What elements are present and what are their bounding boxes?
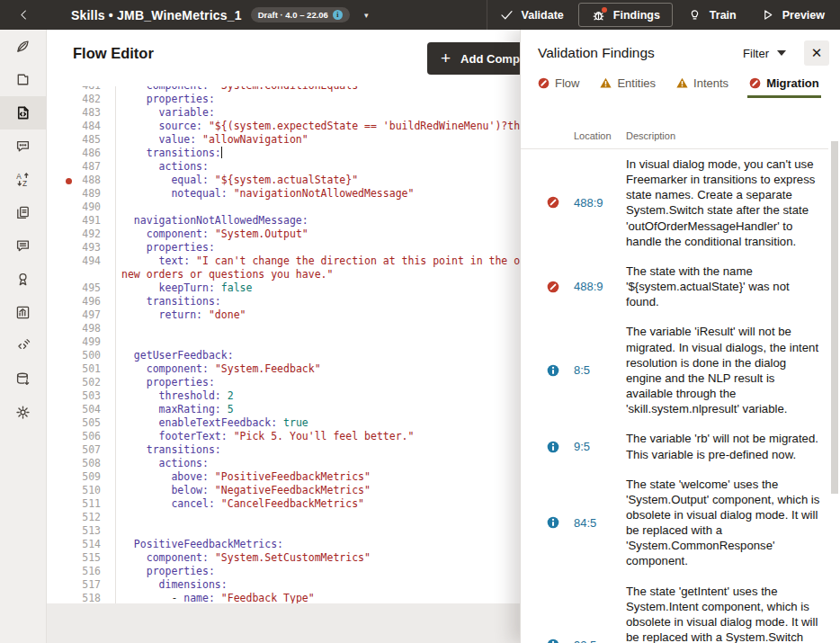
sidebar-item-translate[interactable]: AZ [0,163,46,196]
code-line-wrap[interactable]: new orders or questions you have." [47,268,520,281]
code-line-489[interactable]: 489 notequal: "navigationNotAllowedMessa… [47,187,520,201]
sidebar-item-qna[interactable] [0,129,46,163]
code-line-483[interactable]: 483 variable: [47,106,520,120]
editor-horizontal-scrollbar[interactable] [47,603,520,643]
code-line-482[interactable]: 482 properties: [47,93,520,106]
code-text: actions: [115,160,520,174]
tab-migration[interactable]: Migration [749,76,819,98]
sidebar-item-skill[interactable] [0,63,46,96]
svg-text:A: A [16,173,22,181]
code-line-494[interactable]: 494 text: "I can't change the direction … [47,255,520,268]
code-line-509[interactable]: 509 above: "PositiveFeedbackMetrics" [47,470,520,484]
code-line-516[interactable]: 516 properties: [47,565,520,578]
finding-location-link[interactable]: 488:9 [574,196,621,210]
finding-row[interactable]: 84:5The state 'welcome' uses the 'System… [521,469,840,576]
code-line-505[interactable]: 505 enableTextFeedback: true [47,416,520,430]
code-line-492[interactable]: 492 component: "System.Output" [47,228,520,241]
breadcrumb: Skills • JMB_WineMetrics_1 [71,8,242,22]
chevron-down-icon[interactable]: ▾ [364,11,369,20]
code-line-501[interactable]: 501 component: "System.Feedback" [47,362,520,376]
code-token: enableTextFeedback: [159,416,278,429]
error-icon [547,281,559,293]
code-token: properties: [147,376,215,388]
code-token: "allowNavigation" [196,133,308,146]
sidebar-item-author[interactable] [0,30,46,63]
tab-entities[interactable]: Entities [600,76,656,98]
finding-location-link[interactable]: 84:5 [574,516,621,530]
preview-button[interactable]: Preview [748,0,836,30]
code-line-504[interactable]: 504 maxRating: 5 [47,403,520,416]
code-line-512[interactable]: 512 [47,511,520,524]
code-token: "Feedback Type" [215,592,315,604]
code-line-503[interactable]: 503 threshold: 2 [47,389,520,403]
finding-location-link[interactable]: 92:5 [574,639,621,643]
code-line-496[interactable]: 496 transitions: [47,295,520,308]
code-lines: 481 component: "System.ConditionEquals"4… [47,86,520,605]
line-number: 495 [47,281,115,295]
sidebar-item-flows[interactable] [0,96,46,129]
sidebar-item-recommendations[interactable] [0,263,46,296]
flow-code-editor[interactable]: 481 component: "System.ConditionEquals"4… [47,86,520,643]
code-line-493[interactable]: 493 properties: [47,241,520,255]
error-icon [538,77,550,89]
code-line-497[interactable]: 497 return: "done" [47,308,520,322]
filter-dropdown[interactable]: Filter [743,47,786,60]
sidebar-item-conversation[interactable] [0,229,46,263]
code-line-490[interactable]: 490 [47,201,520,214]
code-line-515[interactable]: 515 component: "System.SetCustomMetrics" [47,551,520,565]
tab-intents[interactable]: Intents [676,76,728,98]
line-number: 489 [47,187,115,201]
code-line-511[interactable]: 511 cancel: "CancelFeedbackMetrics" [47,497,520,511]
text-cursor [221,147,222,158]
train-button[interactable]: Train [675,0,748,30]
code-line-499[interactable]: 499 [47,335,520,349]
code-token: properties: [147,241,215,254]
finding-row[interactable]: 488:9The state with the name '${system.a… [521,256,840,317]
error-icon [749,77,761,89]
finding-location-link[interactable]: 8:5 [574,363,621,377]
panel-scrollbar-thumb[interactable] [831,141,838,494]
code-line-502[interactable]: 502 properties: [47,376,520,389]
line-number: 492 [47,228,115,241]
code-line-486[interactable]: 486 transitions: [47,147,520,160]
findings-button[interactable]: Findings [578,3,673,27]
close-button[interactable]: ✕ [804,40,829,66]
code-line-510[interactable]: 510 below: "NegativeFeedbackMetrics" [47,484,520,497]
tab-label: Migration [766,76,819,90]
sidebar-item-resources[interactable] [0,196,46,229]
code-line-481[interactable]: 481 component: "System.ConditionEquals" [47,86,520,93]
code-line-498[interactable]: 498 [47,322,520,335]
code-line-506[interactable]: 506 footerText: "Pick 5. You'll feel bet… [47,430,520,443]
line-number: 497 [47,308,115,322]
sidebar-item-channels[interactable] [0,329,46,362]
finding-row[interactable]: 9:5The variable 'rb' will not be migrate… [521,424,840,469]
code-line-495[interactable]: 495 keepTurn: false [47,281,520,295]
code-line-487[interactable]: 487 actions: [47,160,520,174]
code-line-488[interactable]: 488 equal: "${system.actualState}" [47,174,520,187]
code-text: equal: "${system.actualState}" [115,174,520,187]
code-line-514[interactable]: 514 PositiveFeedbackMetrics: [47,538,520,551]
finding-row[interactable]: 8:5The variable 'iResult' will not be mi… [521,317,840,424]
finding-row[interactable]: 92:5The state 'getIntent' uses the Syste… [521,576,840,643]
code-line-507[interactable]: 507 transitions: [47,443,520,457]
finding-location-link[interactable]: 9:5 [574,440,621,453]
finding-row[interactable]: 488:9In visual dialog mode, you can't us… [521,149,840,256]
code-token: actions: [159,160,209,173]
tab-flow[interactable]: Flow [538,76,579,98]
code-text: properties: [115,93,520,106]
sidebar-item-data[interactable] [0,362,46,396]
code-line-508[interactable]: 508 actions: [47,457,520,470]
code-line-491[interactable]: 491 navigationNotAllowedMessage: [47,214,520,228]
back-button[interactable] [0,0,47,30]
sidebar-item-insights[interactable] [0,296,46,329]
code-line-485[interactable]: 485 value: "allowNavigation" [47,133,520,147]
sidebar-item-settings[interactable] [0,396,46,429]
code-line-500[interactable]: 500 getUserFeedback: [47,349,520,362]
finding-location-link[interactable]: 488:9 [574,280,621,293]
info-icon[interactable]: i [333,10,343,20]
code-line-517[interactable]: 517 dimensions: [47,578,520,592]
code-line-513[interactable]: 513 [47,524,520,538]
validate-button[interactable]: Validate [487,0,576,30]
code-line-484[interactable]: 484 source: "${(system.expectedState == … [47,120,520,133]
bug-icon [591,7,606,22]
